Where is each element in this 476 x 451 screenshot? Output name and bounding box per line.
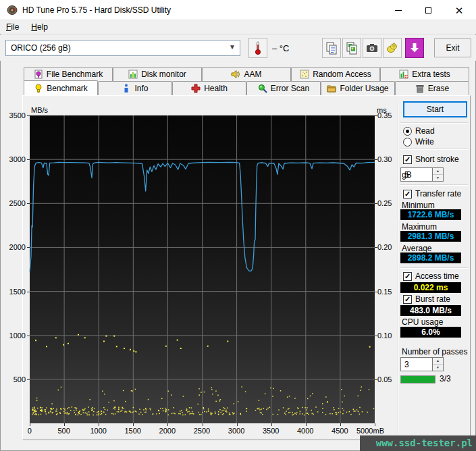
maximize-button[interactable]: [413, 0, 443, 20]
drive-select-value: ORICO (256 gB): [11, 43, 71, 53]
start-button[interactable]: Start: [403, 101, 467, 117]
axis-tick-label: 3500: [3, 111, 26, 120]
burst-rate-checkbox[interactable]: ✓: [403, 295, 412, 304]
axis-tick-label: [30, 423, 30, 426]
cpu-usage-label: CPU usage: [402, 317, 443, 327]
axis-tick-label: 2000: [3, 243, 26, 251]
average-value: 2898.2 MB/s: [400, 253, 461, 263]
progress-bar: [400, 375, 435, 383]
axis-tick-label: 5000mB: [356, 427, 384, 435]
passes-spinner[interactable]: 3 ▲▼: [400, 357, 444, 371]
burst-rate-row[interactable]: ✓ Burst rate: [403, 294, 450, 304]
axis-tick-label: [375, 292, 377, 292]
write-radio[interactable]: [403, 138, 412, 147]
minimum-value: 1722.6 MB/s: [400, 209, 461, 220]
tab-row-2: Benchmark Info Health Error Scan: [24, 81, 469, 95]
speaker-icon: [231, 70, 240, 79]
tab-label: Random Access: [313, 70, 371, 79]
axis-tick-label: 0: [28, 427, 32, 435]
short-stroke-label: Short stroke: [415, 155, 459, 164]
write-radio-row[interactable]: Write: [403, 137, 434, 147]
download-icon: [408, 42, 421, 54]
axis-tick-label: 0.20: [377, 243, 392, 251]
axis-tick-label: [27, 159, 30, 160]
download-results-button[interactable]: [405, 38, 424, 58]
axis-tick-label: 1500: [125, 427, 141, 435]
axis-tick-label: 0.05: [377, 375, 392, 383]
short-stroke-checkbox[interactable]: ✓: [403, 155, 412, 164]
screenshot-button[interactable]: [363, 38, 381, 58]
title-bar: HD Tune Pro 5.75 - Hard Disk/SSD Utility…: [0, 0, 476, 20]
menu-help[interactable]: Help: [25, 20, 54, 34]
short-stroke-row[interactable]: ✓ Short stroke: [403, 155, 459, 164]
tab-health[interactable]: Health: [172, 81, 246, 95]
axis-tick-label: [203, 423, 203, 426]
magnifier-icon: [258, 84, 267, 93]
spin-down-icon[interactable]: ▼: [433, 365, 443, 371]
tab-label: Error Scan: [271, 84, 309, 93]
burst-rate-label: Burst rate: [415, 294, 450, 304]
close-icon: ✕: [455, 5, 464, 16]
tab-file-benchmark[interactable]: File Benchmark: [24, 67, 113, 81]
tab-extra-tests[interactable]: Extra tests: [380, 67, 469, 81]
read-radio[interactable]: [403, 127, 412, 136]
axis-tick-label: [375, 115, 377, 116]
health-cross-icon: [191, 84, 201, 93]
burst-rate-value: 483.0 MB/s: [400, 305, 461, 316]
tab-benchmark[interactable]: Benchmark: [24, 80, 98, 95]
read-radio-row[interactable]: Read: [403, 126, 435, 136]
tab-aam[interactable]: AAM: [202, 67, 291, 81]
spinner-buttons[interactable]: ▲▼: [432, 168, 443, 181]
progress-label: 3/3: [440, 374, 451, 383]
maximum-value: 2981.3 MB/s: [400, 231, 461, 242]
drive-select-combobox[interactable]: ORICO (256 gB) ▼: [5, 40, 240, 56]
read-label: Read: [415, 126, 435, 136]
tab-random-access[interactable]: Random Access: [291, 67, 380, 81]
maximize-icon: [425, 7, 431, 14]
axis-tick-label: 500: [3, 375, 26, 383]
axis-tick-label: [306, 423, 307, 426]
average-label: Average: [402, 244, 431, 253]
spin-up-icon[interactable]: ▲: [433, 358, 443, 365]
tab-error-scan[interactable]: Error Scan: [246, 81, 321, 95]
temperature-button[interactable]: [248, 38, 267, 58]
tab-folder-usage[interactable]: Folder Usage: [321, 81, 395, 95]
tab-label: File Benchmark: [47, 70, 103, 79]
close-button[interactable]: ✕: [444, 0, 474, 20]
axis-tick-label: 2500: [194, 427, 210, 435]
trash-icon: [415, 84, 425, 93]
transfer-rate-row[interactable]: ✓ Transfer rate: [403, 189, 461, 198]
access-time-checkbox[interactable]: ✓: [403, 272, 412, 281]
transfer-rate-checkbox[interactable]: ✓: [403, 190, 412, 198]
minimize-icon: [395, 10, 402, 11]
minimize-button[interactable]: [384, 0, 413, 20]
axis-tick-label: [375, 379, 377, 380]
info-icon: [122, 84, 131, 93]
axis-tick-label: [27, 292, 30, 292]
access-time-row[interactable]: ✓ Access time: [403, 271, 459, 281]
menu-file[interactable]: File: [0, 20, 25, 34]
axis-tick-label: [99, 423, 99, 426]
exit-button[interactable]: Exit: [434, 38, 471, 57]
copy-image-button[interactable]: [342, 38, 361, 58]
axis-tick-label: 2500: [3, 199, 26, 207]
spin-down-icon[interactable]: ▼: [433, 175, 443, 181]
axis-tick-label: [375, 203, 377, 204]
axis-tick-label: 1000: [3, 331, 26, 340]
copy-image-icon: [345, 41, 359, 55]
copy-text-button[interactable]: [322, 38, 341, 58]
spin-up-icon[interactable]: ▲: [433, 168, 443, 175]
progress-fill: [401, 376, 435, 383]
tab-erase[interactable]: Erase: [395, 81, 469, 95]
minimum-label: Minimum: [402, 201, 435, 210]
tab-label: Erase: [428, 84, 449, 93]
spinner-buttons[interactable]: ▲▼: [432, 358, 443, 371]
axis-tick-label: [133, 423, 134, 426]
tab-info[interactable]: Info: [98, 81, 172, 95]
help-hand-button[interactable]: [383, 38, 402, 58]
tab-disk-monitor[interactable]: Disk monitor: [113, 67, 202, 81]
hand-icon: [386, 41, 399, 55]
axis-tick-label: 4500: [332, 427, 348, 435]
capacity-unit-label: gB: [402, 170, 412, 180]
tab-label: Health: [204, 84, 228, 93]
